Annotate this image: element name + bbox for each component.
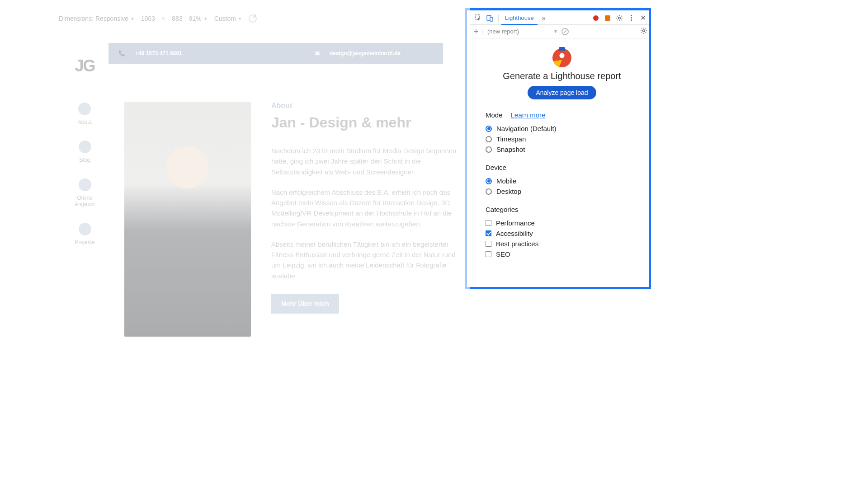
about-paragraph: Nachdem ich 2018 mein Studium für Media … <box>271 145 459 177</box>
option-label: Best practices <box>496 240 538 248</box>
lighthouse-settings-icon[interactable] <box>640 27 647 36</box>
viewport-height[interactable]: 883 <box>172 15 182 22</box>
devtools-panel: Lighthouse » ✕ + | (new report) ▼ <box>470 11 651 294</box>
about-section: About Jan - Design & mehr Nachdem ich 20… <box>124 102 459 337</box>
site-left-rail: JG About Blog Online Angebot Projekte <box>61 43 108 368</box>
option-label: Snapshot <box>496 145 525 153</box>
device-option-desktop[interactable]: Desktop <box>486 186 638 197</box>
inspect-element-icon[interactable] <box>473 11 484 24</box>
close-devtools-icon[interactable]: ✕ <box>637 14 648 22</box>
nav-label: Projekte <box>75 239 94 245</box>
more-tabs-icon[interactable]: » <box>538 11 549 24</box>
category-best-practices[interactable]: Best practices <box>486 239 638 249</box>
rendered-page-area: Dimensions: Responsive ▼ 1063 × 883 91% … <box>0 0 470 488</box>
tab-lighthouse[interactable]: Lighthouse <box>501 12 538 25</box>
category-performance[interactable]: Performance <box>486 218 638 228</box>
device-option-mobile[interactable]: Mobile <box>486 176 638 186</box>
mode-option-navigation[interactable]: Navigation (Default) <box>486 123 638 134</box>
mode-option-timespan[interactable]: Timespan <box>486 134 638 144</box>
about-paragraph: Nach erfolgreichem Abschluss des B.A. er… <box>271 187 459 229</box>
svg-point-3 <box>618 17 621 19</box>
option-label: Timespan <box>496 135 526 143</box>
nav-item-about[interactable]: About <box>78 103 92 125</box>
more-about-button[interactable]: Mehr Über mich <box>271 294 339 314</box>
mode-group: Mode Learn more Navigation (Default) Tim… <box>486 111 638 155</box>
phone-number[interactable]: +49 1573 471 6661 <box>135 50 182 56</box>
analyze-page-load-button[interactable]: Analyze page load <box>528 86 596 99</box>
radio-icon <box>486 136 492 142</box>
new-report-icon[interactable]: + <box>474 28 479 36</box>
nav-item-blog[interactable]: Blog <box>79 141 91 163</box>
throttle-dropdown[interactable]: Custom ▼ <box>214 15 242 22</box>
nav-label: About <box>78 119 92 125</box>
device-toolbar: Dimensions: Responsive ▼ 1063 × 883 91% … <box>59 12 470 25</box>
nav-item-projekte[interactable]: Projekte <box>75 223 94 245</box>
nav-item-online-angebot[interactable]: Online Angebot <box>71 178 99 207</box>
zoom-value: 91% <box>189 15 202 22</box>
pencil-icon <box>79 141 91 153</box>
option-label: Performance <box>496 219 535 227</box>
nav-label: Online Angebot <box>71 195 99 207</box>
learn-more-link[interactable]: Learn more <box>511 111 546 119</box>
dimension-separator: × <box>161 15 165 22</box>
checkbox-icon <box>486 241 491 247</box>
dimensions-dropdown[interactable]: Dimensions: Responsive ▼ <box>59 15 135 22</box>
nav-label: Blog <box>79 157 90 163</box>
categories-label: Categories <box>486 206 638 213</box>
checkbox-icon <box>486 251 491 257</box>
lighthouse-subtoolbar: + | (new report) ▼ <box>470 25 651 38</box>
chevron-down-icon: ▼ <box>130 16 135 21</box>
email-address[interactable]: design@jangemeinhardt.de <box>330 50 401 56</box>
option-label: Accessibility <box>496 230 533 237</box>
checkbox-icon <box>486 220 491 226</box>
section-tag: About <box>271 102 459 110</box>
tab-label: Lighthouse <box>505 14 534 21</box>
device-group: Device Mobile Desktop <box>486 164 638 197</box>
about-paragraph: Abseits meiner beruflichen Tätigkeit bin… <box>271 239 459 281</box>
site-topbar: 📞 +49 1573 471 6661 ✉ design@jangemeinha… <box>108 43 443 64</box>
lighthouse-title: Generate a Lighthouse report <box>486 71 638 81</box>
categories-group: Categories Performance Accessibility Bes… <box>486 206 638 259</box>
svg-rect-2 <box>490 17 493 21</box>
clear-icon[interactable] <box>561 28 569 35</box>
option-label: Desktop <box>496 188 521 195</box>
zoom-dropdown[interactable]: 91% ▼ <box>189 15 208 22</box>
warnings-indicator[interactable] <box>602 15 613 21</box>
chevron-down-icon: ▼ <box>203 16 208 21</box>
errors-indicator[interactable] <box>590 15 601 21</box>
option-label: Mobile <box>496 177 516 185</box>
radio-icon <box>486 178 492 184</box>
rotate-icon[interactable] <box>247 13 258 24</box>
lighthouse-logo-icon <box>552 48 571 67</box>
device-toggle-icon[interactable] <box>485 11 495 24</box>
option-label: Navigation (Default) <box>496 125 557 132</box>
portrait-photo <box>124 102 251 337</box>
category-seo[interactable]: SEO <box>486 249 638 259</box>
radio-icon <box>486 146 492 153</box>
simulated-viewport: JG About Blog Online Angebot Projekte <box>61 43 463 368</box>
device-label: Device <box>486 164 638 171</box>
site-logo[interactable]: JG <box>75 56 94 75</box>
option-label: SEO <box>496 250 510 258</box>
about-heading: Jan - Design & mehr <box>271 114 459 131</box>
dimensions-label: Dimensions: Responsive <box>59 15 128 22</box>
tag-icon <box>79 178 91 191</box>
mode-label: Mode <box>486 111 503 119</box>
chevron-down-icon: ▼ <box>553 29 558 34</box>
category-accessibility[interactable]: Accessibility <box>486 228 638 239</box>
lighthouse-body: Generate a Lighthouse report Analyze pag… <box>470 38 651 273</box>
svg-point-4 <box>643 30 645 32</box>
settings-icon[interactable] <box>614 14 625 22</box>
folder-icon <box>79 223 91 235</box>
mail-icon: ✉ <box>315 50 320 56</box>
throttle-value: Custom <box>214 15 236 22</box>
radio-icon <box>486 188 492 195</box>
person-icon <box>78 103 91 115</box>
devtools-tabbar: Lighthouse » ✕ <box>470 11 651 25</box>
checkbox-icon <box>486 230 491 236</box>
chevron-down-icon: ▼ <box>238 16 242 21</box>
report-select[interactable]: (new report) ▼ <box>487 28 558 35</box>
viewport-width[interactable]: 1063 <box>141 15 155 22</box>
mode-option-snapshot[interactable]: Snapshot <box>486 144 638 155</box>
kebab-menu-icon[interactable] <box>626 15 637 21</box>
